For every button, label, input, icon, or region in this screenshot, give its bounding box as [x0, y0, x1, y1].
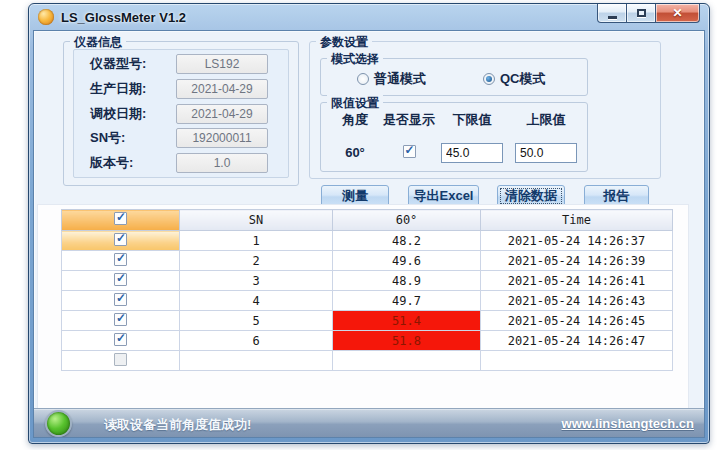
time-cell: [481, 351, 673, 371]
row-checkbox[interactable]: [114, 273, 127, 286]
restore-button[interactable]: [627, 4, 655, 23]
app-window: LS_GlossMeter V1.2 ✕ 仪器信息 仪器型号: 生: [28, 3, 710, 444]
upper-limit-header: 上限值: [515, 111, 577, 129]
time-cell: 2021-05-24 14:26:43: [481, 291, 673, 311]
mode-select-group: 模式选择 普通模式 QC模式: [320, 58, 588, 96]
row-checkbox[interactable]: [114, 233, 127, 246]
status-message: 读取设备当前角度值成功!: [104, 416, 251, 434]
parameter-settings-label: 参数设置: [316, 34, 372, 51]
show-angle-checkbox[interactable]: [403, 145, 416, 158]
row-checkbox-cell[interactable]: [62, 251, 180, 271]
row-checkbox[interactable]: [114, 293, 127, 306]
row-checkbox[interactable]: [114, 313, 127, 326]
instrument-info-group: 仪器信息 仪器型号: 生产日期: 调校日期: SN号:: [63, 41, 299, 186]
limit-settings-group: 限值设置 角度 是否显示 下限值 上限值 60°: [320, 102, 588, 172]
model-value: [176, 54, 268, 74]
value-cell: 49.6: [333, 251, 481, 271]
time-cell: 2021-05-24 14:26:41: [481, 271, 673, 291]
instrument-info-panel: 仪器型号: 生产日期: 调校日期: SN号: 版本号:: [73, 49, 289, 178]
value-cell: 51.8: [333, 331, 481, 351]
version-value: [176, 153, 268, 173]
value-cell: 49.7: [333, 291, 481, 311]
value-cell: [333, 351, 481, 371]
value-cell: 51.4: [333, 311, 481, 331]
qc-mode-radio[interactable]: [483, 73, 495, 85]
row-checkbox-cell[interactable]: [62, 291, 180, 311]
calibration-date-value: [176, 104, 268, 124]
website-link[interactable]: www.linshangtech.cn: [562, 416, 694, 431]
field-version: 版本号:: [74, 153, 288, 173]
header-checkbox-cell[interactable]: [62, 210, 180, 231]
lower-limit-header: 下限值: [441, 111, 503, 129]
time-column-header[interactable]: Time: [481, 210, 673, 231]
sn-cell: 1: [180, 231, 333, 251]
table-row[interactable]: 2 49.6 2021-05-24 14:26:39: [62, 251, 673, 271]
value-cell: 48.2: [333, 231, 481, 251]
sn-column-header[interactable]: SN: [180, 210, 333, 231]
row-checkbox-cell[interactable]: [62, 351, 180, 371]
time-cell: 2021-05-24 14:26:39: [481, 251, 673, 271]
mode-select-label: 模式选择: [327, 51, 383, 68]
angle-value: 60°: [335, 145, 375, 160]
qc-mode-label: QC模式: [500, 70, 546, 88]
production-date-value: [176, 79, 268, 99]
time-cell: 2021-05-24 14:26:37: [481, 231, 673, 251]
sn-cell: 5: [180, 311, 333, 331]
field-sn: SN号:: [74, 128, 288, 148]
app-icon: [38, 9, 54, 25]
value-column-header[interactable]: 60°: [333, 210, 481, 231]
table-row[interactable]: [62, 351, 673, 371]
restore-icon: [637, 9, 646, 17]
sn-cell: 2: [180, 251, 333, 271]
window-controls: ✕: [597, 4, 700, 23]
minimize-button[interactable]: [597, 4, 627, 23]
lower-limit-input[interactable]: [441, 143, 503, 163]
measurement-table: SN 60° Time 1 48.2 2021-05-24 14:26:37 2…: [61, 209, 673, 371]
row-checkbox-cell[interactable]: [62, 311, 180, 331]
status-bar: 读取设备当前角度值成功! www.linshangtech.cn: [34, 408, 704, 437]
field-calibration-date: 调校日期:: [74, 104, 288, 124]
field-production-date: 生产日期:: [74, 79, 288, 99]
close-button[interactable]: ✕: [655, 4, 700, 23]
normal-mode-radio[interactable]: [357, 73, 369, 85]
mode-option-qc[interactable]: QC模式: [483, 70, 546, 88]
table-row[interactable]: 3 48.9 2021-05-24 14:26:41: [62, 271, 673, 291]
row-checkbox-cell[interactable]: [62, 271, 180, 291]
sn-cell: 6: [180, 331, 333, 351]
table-row[interactable]: 6 51.8 2021-05-24 14:26:47: [62, 331, 673, 351]
client-area: 仪器信息 仪器型号: 生产日期: 调校日期: SN号:: [33, 30, 705, 438]
sn-cell: 4: [180, 291, 333, 311]
status-indicator-icon: [45, 410, 72, 437]
upper-limit-input[interactable]: [515, 143, 577, 163]
sn-cell: 3: [180, 271, 333, 291]
normal-mode-label: 普通模式: [374, 70, 426, 88]
table-row[interactable]: 4 49.7 2021-05-24 14:26:43: [62, 291, 673, 311]
row-checkbox-cell[interactable]: [62, 231, 180, 251]
field-model: 仪器型号:: [74, 54, 288, 74]
title-bar[interactable]: LS_GlossMeter V1.2 ✕: [29, 4, 709, 30]
sn-cell: [180, 351, 333, 371]
row-checkbox[interactable]: [114, 333, 127, 346]
time-cell: 2021-05-24 14:26:47: [481, 331, 673, 351]
model-label: 仪器型号:: [90, 55, 176, 73]
row-checkbox[interactable]: [114, 253, 127, 266]
row-checkbox[interactable]: [114, 353, 127, 366]
time-cell: 2021-05-24 14:26:45: [481, 311, 673, 331]
sn-value: [176, 128, 268, 148]
limit-settings-label: 限值设置: [327, 95, 383, 112]
sn-label: SN号:: [90, 129, 176, 147]
version-label: 版本号:: [90, 154, 176, 172]
table-header-row: SN 60° Time: [62, 210, 673, 231]
show-checkbox-wrap: [376, 145, 442, 161]
table-row[interactable]: 1 48.2 2021-05-24 14:26:37: [62, 231, 673, 251]
window-title: LS_GlossMeter V1.2: [61, 10, 186, 25]
close-icon: ✕: [672, 6, 682, 20]
row-checkbox-cell[interactable]: [62, 331, 180, 351]
table-row[interactable]: 5 51.4 2021-05-24 14:26:45: [62, 311, 673, 331]
production-date-label: 生产日期:: [90, 80, 176, 98]
value-cell: 48.9: [333, 271, 481, 291]
mode-option-normal[interactable]: 普通模式: [357, 70, 426, 88]
select-all-checkbox[interactable]: [114, 212, 127, 225]
minimize-icon: [608, 16, 617, 19]
show-header: 是否显示: [376, 111, 442, 129]
